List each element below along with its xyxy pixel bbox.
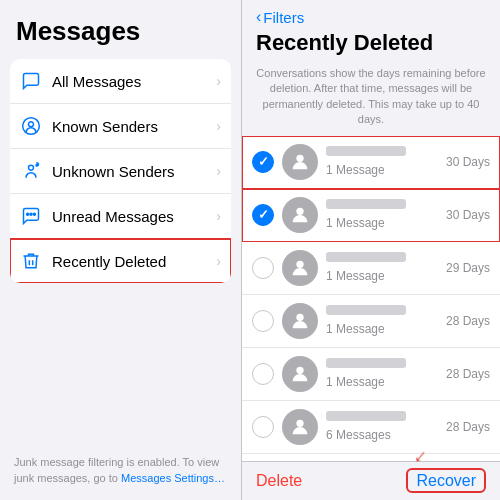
svg-point-9 xyxy=(296,260,303,267)
msg-name-bar-6 xyxy=(326,411,406,421)
left-title: Messages xyxy=(0,0,241,55)
avatar-1 xyxy=(282,144,318,180)
right-subtitle: Conversations show the days remaining be… xyxy=(242,60,500,136)
chevron-icon: › xyxy=(216,208,221,224)
svg-point-6 xyxy=(33,213,35,215)
avatar-6 xyxy=(282,409,318,445)
left-footer: Junk message filtering is enabled. To vi… xyxy=(0,445,241,500)
bottom-bar: Delete ↓ Recover xyxy=(242,461,500,500)
menu-list: All Messages › Known Senders › xyxy=(10,59,231,283)
bubble-unread-icon xyxy=(20,205,42,227)
right-panel: ‹ Filters Recently Deleted Conversations… xyxy=(242,0,500,500)
msg-sub-2: 1 Message xyxy=(326,216,385,230)
svg-point-8 xyxy=(296,207,303,214)
svg-point-5 xyxy=(30,213,32,215)
svg-point-11 xyxy=(296,366,303,373)
msg-name-bar-3 xyxy=(326,252,406,262)
all-messages-label: All Messages xyxy=(52,73,216,90)
msg-name-bar-1 xyxy=(326,146,406,156)
unknown-senders-label: Unknown Senders xyxy=(52,163,216,180)
menu-item-all-messages[interactable]: All Messages › xyxy=(10,59,231,104)
message-item-1[interactable]: 1 Message 30 Days xyxy=(242,136,500,189)
back-button[interactable]: ‹ Filters xyxy=(256,8,486,26)
checkbox-4[interactable] xyxy=(252,310,274,332)
chevron-icon: › xyxy=(216,253,221,269)
avatar-5 xyxy=(282,356,318,392)
checkbox-2[interactable] xyxy=(252,204,274,226)
msg-sub-4: 1 Message xyxy=(326,322,385,336)
svg-point-12 xyxy=(296,419,303,426)
menu-item-recently-deleted[interactable]: Recently Deleted › ↑ xyxy=(10,239,231,283)
msg-content-2: 1 Message xyxy=(326,199,438,231)
menu-item-unread-messages[interactable]: Unread Messages › xyxy=(10,194,231,239)
svg-point-2 xyxy=(29,165,34,170)
avatar-4 xyxy=(282,303,318,339)
right-title: Recently Deleted xyxy=(256,30,486,56)
message-item-5[interactable]: 1 Message 28 Days xyxy=(242,348,500,401)
known-senders-label: Known Senders xyxy=(52,118,216,135)
trash-icon xyxy=(20,250,42,272)
msg-content-3: 1 Message xyxy=(326,252,438,284)
svg-point-1 xyxy=(29,122,34,127)
msg-days-4: 28 Days xyxy=(446,314,490,328)
message-item-4[interactable]: 1 Message 28 Days xyxy=(242,295,500,348)
checkbox-3[interactable] xyxy=(252,257,274,279)
bubble-icon xyxy=(20,70,42,92)
chevron-icon: › xyxy=(216,118,221,134)
msg-name-bar-4 xyxy=(326,305,406,315)
svg-point-10 xyxy=(296,313,303,320)
delete-button[interactable]: Delete xyxy=(256,472,302,490)
settings-link[interactable]: Messages Settings… xyxy=(121,472,225,484)
message-item-7[interactable]: 1 Message 28 Days xyxy=(242,454,500,461)
msg-sub-5: 1 Message xyxy=(326,375,385,389)
person-circle-icon xyxy=(20,115,42,137)
checkbox-5[interactable] xyxy=(252,363,274,385)
msg-days-2: 30 Days xyxy=(446,208,490,222)
message-item-3[interactable]: 1 Message 29 Days xyxy=(242,242,500,295)
msg-content-4: 1 Message xyxy=(326,305,438,337)
msg-days-5: 28 Days xyxy=(446,367,490,381)
avatar-3 xyxy=(282,250,318,286)
svg-point-0 xyxy=(23,118,40,135)
messages-list: 1 Message 30 Days 1 Message 30 Days xyxy=(242,136,500,461)
msg-content-6: 6 Messages xyxy=(326,411,438,443)
chevron-icon: › xyxy=(216,73,221,89)
right-header: ‹ Filters Recently Deleted xyxy=(242,0,500,60)
msg-content-1: 1 Message xyxy=(326,146,438,178)
back-label: Filters xyxy=(263,9,304,26)
menu-item-known-senders[interactable]: Known Senders › xyxy=(10,104,231,149)
msg-sub-6: 6 Messages xyxy=(326,428,391,442)
arrow-indicator: ↑ xyxy=(48,282,63,283)
msg-sub-3: 1 Message xyxy=(326,269,385,283)
checkbox-6[interactable] xyxy=(252,416,274,438)
avatar-2 xyxy=(282,197,318,233)
msg-content-5: 1 Message xyxy=(326,358,438,390)
msg-name-bar-5 xyxy=(326,358,406,368)
msg-days-1: 30 Days xyxy=(446,155,490,169)
unread-messages-label: Unread Messages xyxy=(52,208,216,225)
msg-days-6: 28 Days xyxy=(446,420,490,434)
msg-days-3: 29 Days xyxy=(446,261,490,275)
msg-name-bar-2 xyxy=(326,199,406,209)
recover-button[interactable]: Recover xyxy=(406,468,486,493)
left-panel: Messages All Messages › Known Senders › xyxy=(0,0,242,500)
message-item-6[interactable]: 6 Messages 28 Days xyxy=(242,401,500,454)
message-item-2[interactable]: 1 Message 30 Days xyxy=(242,189,500,242)
menu-item-unknown-senders[interactable]: Unknown Senders › xyxy=(10,149,231,194)
back-chevron-icon: ‹ xyxy=(256,8,261,26)
svg-point-4 xyxy=(27,213,29,215)
person-question-icon xyxy=(20,160,42,182)
chevron-icon: › xyxy=(216,163,221,179)
msg-sub-1: 1 Message xyxy=(326,163,385,177)
checkbox-1[interactable] xyxy=(252,151,274,173)
recently-deleted-label: Recently Deleted xyxy=(52,253,216,270)
svg-point-7 xyxy=(296,154,303,161)
